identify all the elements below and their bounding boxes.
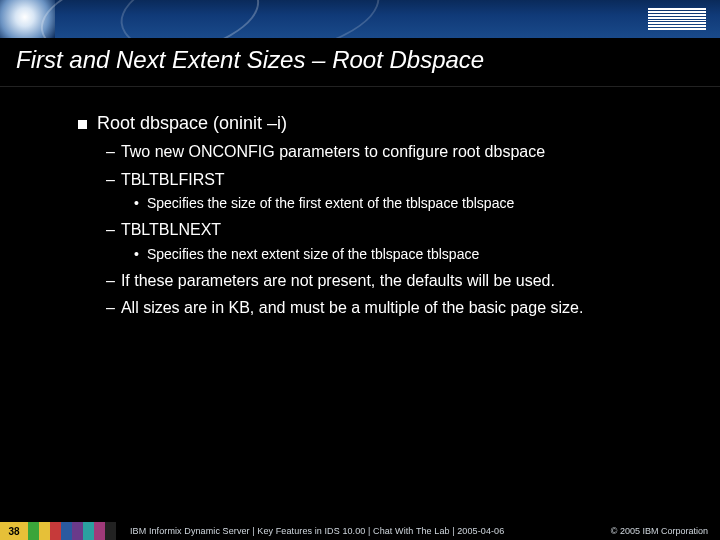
content-area: Root dbspace (oninit –i) –Two new ONCONF… bbox=[0, 87, 720, 319]
footer-text: IBM Informix Dynamic Server | Key Featur… bbox=[116, 526, 611, 536]
bullet-level2: –Two new ONCONFIG parameters to configur… bbox=[106, 141, 680, 163]
dash-bullet-icon: – bbox=[106, 143, 115, 160]
title-area: First and Next Extent Sizes – Root Dbspa… bbox=[0, 38, 720, 87]
bullet-text: All sizes are in KB, and must be a multi… bbox=[121, 299, 583, 316]
dash-bullet-icon: – bbox=[106, 272, 115, 289]
bullet-level2: –TBLTBLFIRST bbox=[106, 169, 680, 191]
dot-bullet-icon: • bbox=[134, 246, 139, 262]
bullet-level3: •Specifies the next extent size of the t… bbox=[134, 245, 680, 264]
dash-bullet-icon: – bbox=[106, 171, 115, 188]
bullet-level2: –All sizes are in KB, and must be a mult… bbox=[106, 297, 680, 319]
bullet-text: Specifies the next extent size of the tb… bbox=[147, 246, 479, 262]
slide-number-text: 38 bbox=[8, 526, 19, 537]
bullet-text: TBLTBLFIRST bbox=[121, 171, 225, 188]
bullet-text: If these parameters are not present, the… bbox=[121, 272, 555, 289]
color-stripes bbox=[28, 522, 116, 540]
dash-bullet-icon: – bbox=[106, 221, 115, 238]
bullet-text: Specifies the size of the first extent o… bbox=[147, 195, 514, 211]
dash-bullet-icon: – bbox=[106, 299, 115, 316]
bullet-level1: Root dbspace (oninit –i) –Two new ONCONF… bbox=[78, 111, 680, 319]
swoosh-graphic bbox=[115, 0, 384, 38]
bullet-level2: –If these parameters are not present, th… bbox=[106, 270, 680, 292]
bullet-level3: •Specifies the size of the first extent … bbox=[134, 194, 680, 213]
bullet-level2: –TBLTBLNEXT bbox=[106, 219, 680, 241]
slide-title: First and Next Extent Sizes – Root Dbspa… bbox=[16, 46, 704, 74]
slide-number: 38 bbox=[0, 522, 28, 540]
bullet-text: TBLTBLNEXT bbox=[121, 221, 221, 238]
square-bullet-icon bbox=[78, 120, 87, 129]
slide: First and Next Extent Sizes – Root Dbspa… bbox=[0, 0, 720, 540]
ibm-logo bbox=[648, 8, 706, 30]
header-bar bbox=[0, 0, 720, 38]
footer: 38 IBM Informix Dynamic Server | Key Fea… bbox=[0, 522, 720, 540]
bullet-text: Two new ONCONFIG parameters to configure… bbox=[121, 143, 545, 160]
dot-bullet-icon: • bbox=[134, 195, 139, 211]
copyright-text: © 2005 IBM Corporation bbox=[611, 526, 720, 536]
bullet-text: Root dbspace (oninit –i) bbox=[97, 111, 287, 135]
